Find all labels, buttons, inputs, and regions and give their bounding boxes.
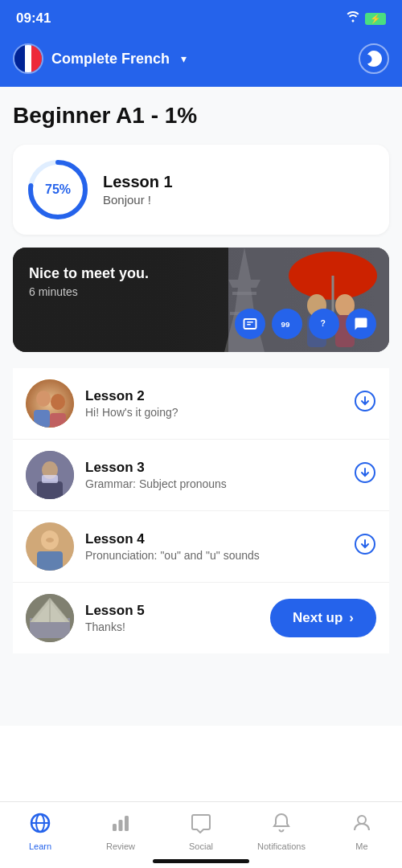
lesson-3-subtitle: Grammar: Subject pronouns xyxy=(85,477,343,490)
download-icon-4[interactable] xyxy=(354,533,376,560)
streak-icon[interactable] xyxy=(359,43,389,74)
nav-item-learn[interactable]: Learn xyxy=(0,806,80,851)
lesson-5-thumbnail xyxy=(26,594,74,642)
lesson1-title: Lesson 1 xyxy=(103,173,173,191)
lesson-3-info: Lesson 3 Grammar: Subject pronouns xyxy=(85,460,343,490)
lesson-5-subtitle: Thanks! xyxy=(85,620,259,633)
lesson-3-thumbnail xyxy=(26,451,74,499)
svg-rect-30 xyxy=(37,551,63,571)
vocabulary-icon[interactable]: 99 xyxy=(272,309,302,339)
course-title: Complete French xyxy=(51,51,170,68)
svg-rect-21 xyxy=(50,413,66,428)
lesson-4-info: Lesson 4 Pronunciation: "ou" and "u" sou… xyxy=(85,531,343,562)
lesson-4-subtitle: Pronunciation: "ou" and "u" sounds xyxy=(85,549,343,562)
learn-icon xyxy=(30,813,51,838)
nav-item-notifications[interactable]: Notifications xyxy=(241,806,322,851)
status-bar: 09:41 ⚡ xyxy=(0,0,402,35)
download-icon-2[interactable] xyxy=(354,390,376,417)
lesson-2-info: Lesson 2 Hi! How's it going? xyxy=(85,388,343,419)
svg-rect-20 xyxy=(34,410,50,428)
lesson1-info: Lesson 1 Bonjour ! xyxy=(103,173,173,207)
svg-rect-26 xyxy=(42,475,58,483)
flashcard-icon[interactable] xyxy=(235,309,265,339)
lesson-5-info: Lesson 5 Thanks! xyxy=(85,603,259,633)
svg-text:99: 99 xyxy=(281,320,290,329)
quiz-icon[interactable]: ? xyxy=(309,309,339,339)
lesson1-card[interactable]: 75% Lesson 1 Bonjour ! xyxy=(13,145,389,235)
chat-icon[interactable] xyxy=(346,309,376,339)
banner-text: Nice to meet you. 6 minutes xyxy=(29,265,149,298)
download-icon-3[interactable] xyxy=(354,461,376,489)
status-time: 09:41 xyxy=(16,10,51,27)
nav-label-review: Review xyxy=(106,841,135,851)
lesson-item-2[interactable]: Lesson 2 Hi! How's it going? xyxy=(13,368,389,440)
svg-point-18 xyxy=(36,391,51,407)
lesson-item-5[interactable]: Lesson 5 Thanks! Next up › xyxy=(13,583,389,653)
lesson-3-title: Lesson 3 xyxy=(85,460,343,476)
review-icon xyxy=(110,813,131,838)
svg-rect-45 xyxy=(125,816,129,831)
nav-label-social: Social xyxy=(189,841,213,851)
lesson-2-title: Lesson 2 xyxy=(85,388,343,404)
bottom-navigation: Learn Review Social Notifications xyxy=(0,801,402,868)
svg-text:?: ? xyxy=(321,318,326,328)
progress-circle: 75% xyxy=(26,158,90,222)
wifi-icon xyxy=(346,11,360,26)
lesson-item-4[interactable]: Lesson 4 Pronunciation: "ou" and "u" sou… xyxy=(13,511,389,583)
battery-icon: ⚡ xyxy=(365,13,386,25)
lesson-4-title: Lesson 4 xyxy=(85,531,343,547)
social-icon xyxy=(191,813,211,838)
svg-point-46 xyxy=(358,816,366,824)
svg-point-19 xyxy=(51,394,65,410)
progress-percent: 75% xyxy=(45,182,71,197)
me-icon xyxy=(351,813,372,838)
nav-item-review[interactable]: Review xyxy=(80,806,161,851)
french-flag xyxy=(13,43,43,74)
svg-rect-43 xyxy=(113,824,117,831)
nav-item-me[interactable]: Me xyxy=(322,806,402,851)
page-title: Beginner A1 - 1% xyxy=(13,103,389,129)
lesson1-subtitle: Bonjour ! xyxy=(103,193,173,207)
banner-duration: 6 minutes xyxy=(29,285,149,298)
notifications-icon xyxy=(271,813,292,838)
app-header: Complete French ▾ xyxy=(0,35,402,87)
svg-point-31 xyxy=(46,538,54,542)
lesson-5-title: Lesson 5 xyxy=(85,603,259,619)
svg-rect-44 xyxy=(119,820,123,831)
course-selector[interactable]: Complete French ▾ xyxy=(13,43,187,74)
home-indicator xyxy=(153,859,249,863)
lesson-item-3[interactable]: Lesson 3 Grammar: Subject pronouns xyxy=(13,440,389,511)
chevron-down-icon: ▾ xyxy=(181,52,187,65)
nav-label-learn: Learn xyxy=(29,841,51,851)
main-content: Beginner A1 - 1% 75% Lesson 1 Bonjour ! xyxy=(0,87,402,726)
chevron-right-icon: › xyxy=(349,610,354,626)
lesson-banner[interactable]: Nice to meet you. 6 minutes 99 ? xyxy=(13,248,389,352)
status-icons: ⚡ xyxy=(346,11,386,26)
nav-label-notifications: Notifications xyxy=(257,841,306,851)
lesson-4-thumbnail xyxy=(26,522,74,571)
nav-label-me: Me xyxy=(355,841,367,851)
nav-item-social[interactable]: Social xyxy=(161,806,241,851)
lesson-2-subtitle: Hi! How's it going? xyxy=(85,406,343,419)
lesson-2-thumbnail xyxy=(26,379,74,428)
banner-title: Nice to meet you. xyxy=(29,265,149,282)
next-up-button[interactable]: Next up › xyxy=(270,599,376,637)
banner-action-icons: 99 ? xyxy=(235,309,376,339)
svg-rect-25 xyxy=(37,481,63,499)
